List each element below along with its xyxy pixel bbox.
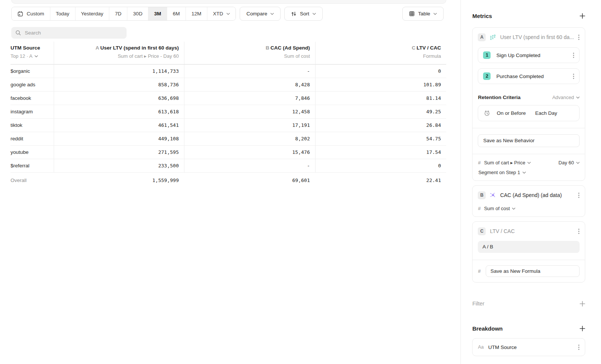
chevron-down-icon [576, 162, 580, 164]
metric-c-card: C LTV / CAC A / B # Save as New Formula [472, 221, 585, 283]
kebab-menu-icon[interactable] [573, 53, 574, 58]
metric-b-card: B CAC (Ad Spend) (ad data) # Sum of cost [472, 185, 585, 217]
chevron-down-icon [227, 13, 230, 15]
date-range-yesterday[interactable]: Yesterday [76, 7, 110, 20]
date-range-today[interactable]: Today [50, 7, 76, 20]
table-row[interactable]: youtube 271,595 15,476 17.54 [11, 146, 446, 159]
table-row[interactable]: instagram 613,618 12,458 49.25 [11, 105, 446, 119]
divider [473, 260, 585, 260]
kebab-menu-icon[interactable] [573, 74, 574, 79]
window-dropdown[interactable]: Day 60 [559, 160, 580, 165]
behavioral-dots-icon [490, 34, 496, 40]
metrics-section-header: Metrics [472, 13, 585, 19]
chevron-down-icon [270, 13, 274, 15]
table-overall-row: Overall 1,559,999 69,601 22.41 [11, 174, 446, 187]
breakdown-table: UTM Source Top 12 · A AUser LTV (spend i… [11, 42, 446, 187]
date-range-7d[interactable]: 7D [109, 7, 127, 20]
date-range-3m[interactable]: 3M [148, 7, 167, 20]
table-row[interactable]: facebook 636,698 7,846 81.14 [11, 92, 446, 105]
date-range-control: Custom Today Yesterday 7D 30D 3M 6M 12M … [11, 7, 236, 21]
numeric-type-icon: # [478, 160, 480, 165]
chevron-down-icon [576, 96, 580, 99]
divider [473, 154, 585, 154]
step-number-badge: 1 [483, 51, 491, 59]
table-row[interactable]: google ads 858,736 8,428 101.89 [11, 78, 446, 92]
metric-c-title: LTV / CAC [490, 228, 574, 234]
table-grid-icon [409, 11, 415, 17]
date-range-30d[interactable]: 30D [127, 7, 148, 20]
behavior-step-1[interactable]: 1 Sign Up Completed [478, 47, 580, 63]
string-type-icon: Aa [478, 344, 483, 350]
retention-criteria-row: On or Before Each Day [478, 105, 580, 121]
criteria-when-dropdown[interactable]: On or Before [497, 110, 525, 116]
step-number-badge: 2 [483, 72, 491, 80]
numeric-type-icon: # [478, 268, 480, 274]
save-as-new-formula-field[interactable]: Save as New Formula [486, 265, 580, 277]
measure-property-dropdown[interactable]: Sum of cost [484, 206, 516, 211]
toolbar: Custom Today Yesterday 7D 30D 3M 6M 12M … [11, 7, 461, 21]
formula-save-row: # Save as New Formula [478, 265, 580, 277]
column-header-metric-c[interactable]: CLTV / CAC Formula [315, 42, 446, 65]
table-row[interactable]: tiktok 461,541 17,191 26.84 [11, 119, 446, 132]
behavior-step-2[interactable]: 2 Purchase Completed [478, 68, 580, 84]
chevron-down-icon [522, 171, 526, 174]
query-builder-sidebar: Metrics A User LTV (spend in first 60 da… [461, 0, 601, 364]
view-selector-button[interactable]: Table [402, 7, 444, 21]
filter-section-header: Filter [472, 301, 585, 307]
breakdown-property-card[interactable]: Aa UTM Source [472, 338, 585, 356]
table-header-row: UTM Source Top 12 · A AUser LTV (spend i… [11, 42, 446, 65]
main-panel: Custom Today Yesterday 7D 30D 3M 6M 12M … [0, 0, 461, 364]
calendar-icon [17, 11, 23, 17]
chevron-down-icon [527, 162, 531, 164]
search-icon [15, 30, 21, 36]
numeric-type-icon: # [478, 206, 480, 211]
column-subtitle[interactable]: Top 12 · A [11, 53, 54, 59]
add-filter-plus-icon[interactable] [580, 301, 585, 307]
kebab-menu-icon[interactable] [578, 229, 580, 234]
kebab-menu-icon[interactable] [578, 35, 580, 40]
add-metric-plus-icon[interactable] [580, 13, 585, 19]
retention-criteria-header: Retention Criteria Advanced [478, 95, 580, 100]
segment-row: Segment on Step 1 [478, 170, 580, 175]
measure-property-dropdown[interactable]: Sum of cart ▸ Price [484, 160, 531, 165]
date-range-xtd[interactable]: XTD [207, 7, 236, 20]
column-header-metric-b[interactable]: BCAC (Ad Spend) Sum of cost [184, 42, 315, 65]
criteria-frequency-dropdown[interactable]: Each Day [535, 110, 557, 116]
add-breakdown-plus-icon[interactable] [580, 326, 585, 331]
table-row[interactable]: $referral 233,500 - 0 [11, 159, 446, 173]
metric-letter-badge: A [478, 33, 486, 41]
table-row[interactable]: $organic 1,114,733 - 0 [11, 65, 446, 78]
column-header-utm-source[interactable]: UTM Source Top 12 · A [11, 42, 54, 65]
retention-mode-dropdown[interactable]: Advanced [552, 95, 580, 100]
formula-input[interactable]: A / B [478, 241, 580, 253]
metric-a-card: A User LTV (spend in first 60 da... 1 Si… [472, 27, 585, 181]
column-title: UTM Source [11, 45, 54, 51]
metric-letter-badge: C [478, 227, 486, 235]
kebab-menu-icon[interactable] [578, 344, 580, 350]
kebab-menu-icon[interactable] [578, 193, 580, 198]
segment-dropdown[interactable]: Segment on Step 1 [478, 170, 525, 175]
filter-title: Filter [472, 301, 484, 307]
compare-button[interactable]: Compare [240, 7, 281, 21]
chevron-down-icon [313, 13, 316, 15]
column-header-metric-a[interactable]: AUser LTV (spend in first 60 days) Sum o… [54, 42, 184, 65]
chevron-down-icon [433, 13, 437, 15]
alarm-clock-icon [484, 110, 490, 116]
sparkle-icon [490, 192, 496, 198]
search-input[interactable] [25, 30, 122, 36]
breakdown-section-header: Breakdown [472, 325, 585, 332]
table-row[interactable]: reddit 449,108 8,202 54.75 [11, 132, 446, 146]
chevron-down-icon [35, 55, 38, 57]
metric-b-header: B CAC (Ad Spend) (ad data) [478, 190, 580, 200]
date-range-custom[interactable]: Custom [12, 7, 50, 20]
metric-c-header: C LTV / CAC [478, 226, 580, 236]
sort-button[interactable]: Sort [284, 7, 323, 21]
chevron-down-icon [512, 208, 515, 210]
metrics-title: Metrics [472, 13, 492, 19]
date-range-12m[interactable]: 12M [186, 7, 207, 20]
app: Custom Today Yesterday 7D 30D 3M 6M 12M … [0, 0, 601, 364]
measure-row: # Sum of cart ▸ Price Day 60 [478, 160, 580, 165]
save-as-new-behavior-field[interactable]: Save as New Behavior [478, 134, 580, 147]
date-range-6m[interactable]: 6M [167, 7, 186, 20]
metric-b-title: CAC (Ad Spend) (ad data) [500, 192, 574, 198]
